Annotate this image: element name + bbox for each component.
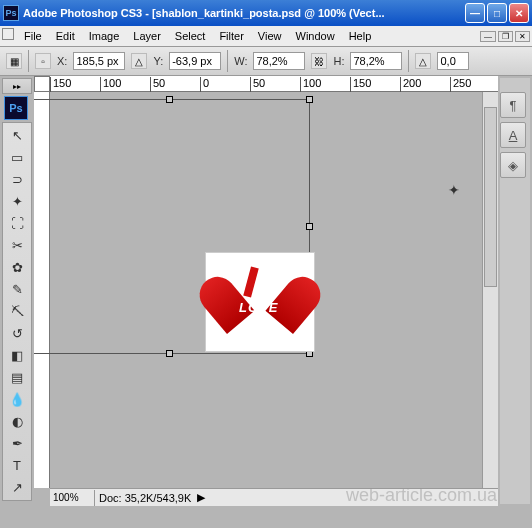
handle-bm[interactable] [166,350,173,357]
character-panel-icon[interactable]: ¶ [500,92,526,118]
menu-bar: File Edit Image Layer Select Filter View… [0,26,532,46]
doc-label: Doc: [99,492,122,504]
menu-window[interactable]: Window [289,28,342,44]
ribbon-graphic [243,266,258,297]
layer-image[interactable]: LOVE [205,252,315,352]
y-label: Y: [153,55,163,67]
blur-tool-icon[interactable]: 💧 [5,389,29,410]
love-text: LOVE [239,300,278,315]
stamp-tool-icon[interactable]: ⛏ [5,301,29,322]
y-input[interactable] [169,52,221,70]
eraser-tool-icon[interactable]: ◧ [5,345,29,366]
move-tool-icon[interactable]: ↖ [5,125,29,146]
reference-point-marker[interactable]: ✦ [448,182,460,198]
handle-tm[interactable] [166,96,173,103]
transform-tool-icon[interactable]: ▦ [6,53,22,69]
gradient-tool-icon[interactable]: ▤ [5,367,29,388]
title-bar: Ps Adobe Photoshop CS3 - [shablon_kartin… [0,0,532,26]
close-button[interactable]: ✕ [509,3,529,23]
document-icon[interactable] [2,28,14,40]
heart-graphic: LOVE [225,272,295,332]
link-icon[interactable]: ⛓ [311,53,327,69]
toolbar-grip[interactable]: ▸▸ [2,78,32,94]
w-input[interactable] [253,52,305,70]
dodge-tool-icon[interactable]: ◐ [5,411,29,432]
ps-logo: Ps [4,96,28,120]
angle-input[interactable] [437,52,469,70]
brush-tool-icon[interactable]: ✎ [5,279,29,300]
menu-select[interactable]: Select [168,28,213,44]
paragraph-panel-icon[interactable]: A [500,122,526,148]
x-label: X: [57,55,67,67]
history-brush-icon[interactable]: ↺ [5,323,29,344]
app-icon: Ps [3,5,19,21]
path-tool-icon[interactable]: ↗ [5,477,29,498]
slice-tool-icon[interactable]: ✂ [5,235,29,256]
options-bar: ▦ ▫ X: △ Y: W: ⛓ H: △ [0,46,532,76]
handle-tr[interactable] [306,96,313,103]
menu-image[interactable]: Image [82,28,127,44]
heal-tool-icon[interactable]: ✿ [5,257,29,278]
status-arrow-icon[interactable]: ▶ [197,491,205,504]
pen-tool-icon[interactable]: ✒ [5,433,29,454]
minimize-button[interactable]: — [465,3,485,23]
lasso-tool-icon[interactable]: ⊃ [5,169,29,190]
h-label: H: [333,55,344,67]
window-title: Adobe Photoshop CS3 - [shablon_kartinki_… [23,7,465,19]
angle-icon: △ [415,53,431,69]
ruler-horizontal[interactable]: 150 100 50 0 50 100 150 200 250 [50,76,498,92]
menu-help[interactable]: Help [342,28,379,44]
scrollbar-vertical[interactable] [482,92,498,488]
marquee-tool-icon[interactable]: ▭ [5,147,29,168]
menu-view[interactable]: View [251,28,289,44]
h-input[interactable] [350,52,402,70]
doc-window-controls[interactable]: —❐✕ [480,31,530,42]
ruler-origin[interactable] [34,76,50,92]
canvas[interactable]: ✦ LOVE [50,92,498,488]
layers-panel-icon[interactable]: ◈ [500,152,526,178]
crop-tool-icon[interactable]: ⛶ [5,213,29,234]
delta-icon[interactable]: △ [131,53,147,69]
handle-mr[interactable] [306,223,313,230]
menu-layer[interactable]: Layer [126,28,168,44]
tools-panel: ↖ ▭ ⊃ ✦ ⛶ ✂ ✿ ✎ ⛏ ↺ ◧ ▤ 💧 ◐ ✒ T ↗ [2,122,32,501]
x-input[interactable] [73,52,125,70]
maximize-button[interactable]: □ [487,3,507,23]
menu-file[interactable]: File [17,28,49,44]
doc-size: 35,2K/543,9K [125,492,192,504]
zoom-input[interactable] [50,492,90,503]
menu-filter[interactable]: Filter [212,28,250,44]
canvas-area: 150 100 50 0 50 100 150 200 250 ✦ [34,76,498,506]
wand-tool-icon[interactable]: ✦ [5,191,29,212]
watermark-text: web-article.com.ua [346,485,497,506]
menu-edit[interactable]: Edit [49,28,82,44]
w-label: W: [234,55,247,67]
type-tool-icon[interactable]: T [5,455,29,476]
panel-dock: ¶ A ◈ [500,78,530,504]
reference-point-icon[interactable]: ▫ [35,53,51,69]
